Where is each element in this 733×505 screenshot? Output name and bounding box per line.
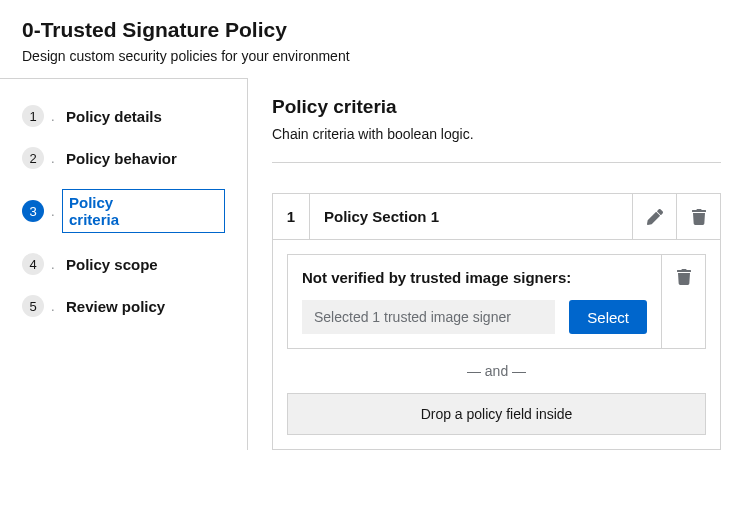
section-title: Policy Section 1 [310, 194, 632, 239]
step-separator: . [51, 151, 55, 166]
wizard-step-review-policy[interactable]: 5 . Review policy [22, 285, 225, 327]
wizard-step-policy-scope[interactable]: 4 . Policy scope [22, 243, 225, 285]
step-label: Policy behavior [62, 148, 181, 169]
page-subtitle: Design custom security policies for your… [22, 48, 711, 64]
page-header: 0-Trusted Signature Policy Design custom… [0, 0, 733, 78]
criteria-label: Not verified by trusted image signers: [302, 269, 647, 286]
edit-button[interactable] [632, 194, 676, 239]
policy-section-card: 1 Policy Section 1 Not verified by trust… [272, 193, 721, 450]
logic-connector: — and — [287, 349, 706, 393]
main-title: Policy criteria [272, 96, 721, 118]
wizard-step-policy-behavior[interactable]: 2 . Policy behavior [22, 137, 225, 179]
criteria-body: Not verified by trusted image signers: S… [273, 240, 720, 393]
main-subtitle: Chain criteria with boolean logic. [272, 126, 721, 142]
section-number: 1 [273, 194, 310, 239]
step-number-badge: 3 [22, 200, 44, 222]
step-label: Policy details [62, 106, 166, 127]
step-number-badge: 5 [22, 295, 44, 317]
step-separator: . [51, 204, 55, 219]
step-label: Policy criteria [62, 189, 225, 233]
step-number-badge: 4 [22, 253, 44, 275]
section-header: 1 Policy Section 1 [273, 194, 720, 240]
wizard-step-policy-criteria[interactable]: 3 . Policy criteria [22, 179, 225, 243]
criteria-input-row: Select [302, 300, 647, 334]
delete-criteria-button[interactable] [661, 255, 705, 348]
step-separator: . [51, 257, 55, 272]
divider [272, 162, 721, 163]
step-separator: . [51, 109, 55, 124]
trash-icon [691, 209, 707, 225]
step-number-badge: 2 [22, 147, 44, 169]
wizard-step-policy-details[interactable]: 1 . Policy details [22, 95, 225, 137]
criteria-row: Not verified by trusted image signers: S… [287, 254, 706, 349]
criteria-content: Not verified by trusted image signers: S… [288, 255, 661, 348]
step-label: Policy scope [62, 254, 162, 275]
trash-icon [676, 269, 692, 285]
drop-zone[interactable]: Drop a policy field inside [287, 393, 706, 435]
main-panel: Policy criteria Chain criteria with bool… [248, 78, 733, 450]
delete-section-button[interactable] [676, 194, 720, 239]
page-title: 0-Trusted Signature Policy [22, 18, 711, 42]
signer-selection-input[interactable] [302, 300, 555, 334]
wizard-sidebar: 1 . Policy details 2 . Policy behavior 3… [0, 78, 248, 450]
step-label: Review policy [62, 296, 169, 317]
step-separator: . [51, 299, 55, 314]
step-number-badge: 1 [22, 105, 44, 127]
content-region: 1 . Policy details 2 . Policy behavior 3… [0, 78, 733, 450]
section-actions [632, 194, 720, 239]
pencil-icon [647, 209, 663, 225]
select-button[interactable]: Select [569, 300, 647, 334]
